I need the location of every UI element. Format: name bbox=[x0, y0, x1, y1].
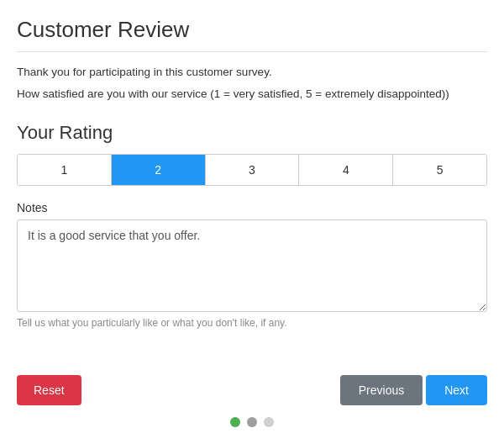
notes-hint: Tell us what you particularly like or wh… bbox=[17, 317, 487, 329]
rating-tab-1[interactable]: 1 bbox=[18, 155, 112, 185]
description-text-2: How satisfied are you with our service (… bbox=[17, 86, 487, 103]
rating-section-title: Your Rating bbox=[17, 122, 487, 144]
rating-tab-3[interactable]: 3 bbox=[206, 155, 300, 185]
rating-tabs: 1 2 3 4 5 bbox=[17, 154, 487, 186]
notes-label: Notes bbox=[17, 201, 487, 214]
page-container: Customer Review Thank you for participat… bbox=[0, 0, 504, 444]
description-text-1: Thank you for participating in this cust… bbox=[17, 64, 487, 81]
nav-buttons: Previous Next bbox=[340, 375, 487, 405]
notes-textarea[interactable]: It is a good service that you offer. bbox=[17, 219, 487, 312]
reset-button[interactable]: Reset bbox=[17, 375, 81, 405]
pagination-dot-3 bbox=[264, 417, 274, 427]
rating-tab-4[interactable]: 4 bbox=[299, 155, 393, 185]
previous-button[interactable]: Previous bbox=[340, 375, 423, 405]
rating-tab-5[interactable]: 5 bbox=[393, 155, 486, 185]
pagination-dot-2 bbox=[247, 417, 257, 427]
rating-tab-2[interactable]: 2 bbox=[112, 155, 206, 185]
page-title: Customer Review bbox=[17, 17, 487, 52]
footer: Reset Previous Next bbox=[17, 368, 487, 405]
pagination-dots bbox=[17, 417, 487, 431]
pagination-dot-1 bbox=[230, 417, 240, 427]
next-button[interactable]: Next bbox=[426, 375, 487, 405]
